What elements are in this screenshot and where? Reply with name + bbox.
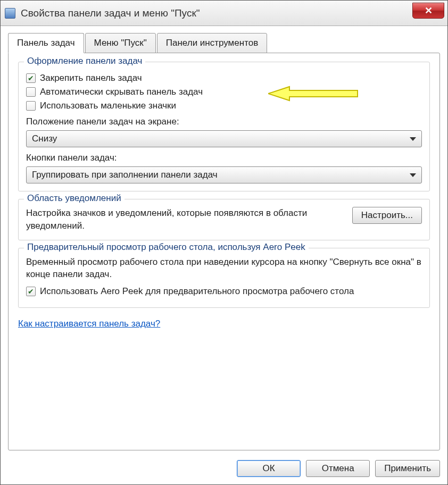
group-notifications-legend: Область уведомлений bbox=[24, 193, 125, 204]
group-aero-peek: Предварительный просмотр рабочего стола,… bbox=[18, 248, 430, 308]
checkbox-aero-peek[interactable] bbox=[26, 287, 36, 296]
apply-button[interactable]: Применить bbox=[375, 460, 440, 477]
combo-buttons[interactable]: Группировать при заполнении панели задач bbox=[26, 166, 422, 183]
combo-position[interactable]: Снизу bbox=[26, 130, 422, 147]
checkbox-autohide[interactable] bbox=[26, 87, 36, 97]
combo-position-value: Снизу bbox=[32, 133, 57, 144]
row-autohide: Автоматически скрывать панель задач bbox=[26, 87, 422, 97]
help-link[interactable]: Как настраивается панель задач? bbox=[18, 319, 160, 329]
tab-toolbars[interactable]: Панели инструментов bbox=[157, 33, 267, 53]
notifications-text: Настройка значков и уведомлений, которые… bbox=[26, 207, 346, 232]
close-icon: ✕ bbox=[425, 5, 433, 16]
taskbar-properties-dialog: Свойства панели задач и меню "Пуск" ✕ Па… bbox=[0, 0, 448, 485]
aero-description: Временный просмотр рабочего стола при на… bbox=[26, 256, 422, 281]
label-position: Положение панели задач на экране: bbox=[26, 116, 422, 127]
checkbox-lock-taskbar[interactable] bbox=[26, 73, 36, 83]
tabstrip: Панель задач Меню "Пуск" Панели инструме… bbox=[8, 32, 440, 53]
tab-panel-taskbar: Оформление панели задач Закрепить панель… bbox=[8, 53, 440, 450]
label-small-icons[interactable]: Использовать маленькие значки bbox=[40, 101, 176, 111]
group-appearance-legend: Оформление панели задач bbox=[24, 56, 145, 66]
window-icon bbox=[5, 8, 15, 19]
row-aero-peek: Использовать Aero Peek для предварительн… bbox=[26, 286, 422, 297]
row-lock-taskbar: Закрепить панель задач bbox=[26, 73, 422, 83]
arrow-annotation-icon bbox=[268, 86, 359, 102]
label-autohide[interactable]: Автоматически скрывать панель задач bbox=[40, 87, 203, 97]
tab-taskbar[interactable]: Панель задач bbox=[8, 33, 84, 53]
label-lock-taskbar[interactable]: Закрепить панель задач bbox=[40, 73, 142, 83]
svg-marker-0 bbox=[268, 87, 358, 101]
cancel-button[interactable]: Отмена bbox=[306, 460, 370, 477]
group-notifications: Область уведомлений Настройка значков и … bbox=[18, 199, 430, 240]
dialog-buttons: ОК Отмена Применить bbox=[8, 458, 440, 477]
titlebar[interactable]: Свойства панели задач и меню "Пуск" ✕ bbox=[1, 1, 447, 26]
window-title: Свойства панели задач и меню "Пуск" bbox=[21, 7, 200, 19]
close-button[interactable]: ✕ bbox=[412, 3, 444, 19]
customize-button[interactable]: Настроить... bbox=[352, 207, 422, 224]
row-small-icons: Использовать маленькие значки bbox=[26, 101, 422, 111]
label-aero-peek[interactable]: Использовать Aero Peek для предварительн… bbox=[40, 286, 354, 297]
combo-buttons-value: Группировать при заполнении панели задач bbox=[32, 170, 218, 180]
ok-button[interactable]: ОК bbox=[237, 460, 301, 477]
chevron-down-icon bbox=[410, 137, 416, 141]
tab-start-menu[interactable]: Меню "Пуск" bbox=[85, 33, 156, 53]
group-aero-legend: Предварительный просмотр рабочего стола,… bbox=[24, 242, 309, 253]
checkbox-small-icons[interactable] bbox=[26, 101, 36, 111]
chevron-down-icon bbox=[410, 173, 416, 177]
client-area: Панель задач Меню "Пуск" Панели инструме… bbox=[1, 26, 447, 484]
label-buttons: Кнопки панели задач: bbox=[26, 153, 422, 163]
group-appearance: Оформление панели задач Закрепить панель… bbox=[18, 62, 430, 191]
